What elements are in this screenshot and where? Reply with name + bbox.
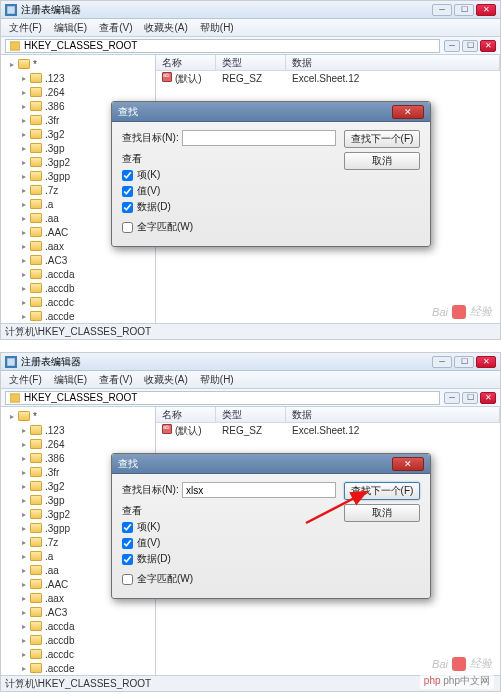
expand-icon[interactable]: ▸ xyxy=(19,214,28,223)
min-button[interactable]: ─ xyxy=(432,356,452,368)
chk-keys-box[interactable] xyxy=(122,522,133,533)
chk-keys[interactable]: 项(K) xyxy=(122,168,336,182)
expand-icon[interactable]: ▸ xyxy=(19,608,28,617)
address-field[interactable]: HKEY_CLASSES_ROOT xyxy=(5,391,440,405)
tree-item[interactable]: ▸* xyxy=(1,409,155,423)
expand-icon[interactable]: ▸ xyxy=(19,284,28,293)
close-button-2[interactable]: ✕ xyxy=(480,392,496,404)
expand-icon[interactable]: ▸ xyxy=(19,594,28,603)
list-row[interactable]: (默认) REG_SZ Excel.Sheet.12 xyxy=(156,71,500,86)
menu-fav[interactable]: 收藏夹(A) xyxy=(138,21,193,35)
tree-item[interactable]: ▸.accde xyxy=(1,661,155,675)
menu-help[interactable]: 帮助(H) xyxy=(194,21,240,35)
chk-data-box[interactable] xyxy=(122,202,133,213)
expand-icon[interactable]: ▸ xyxy=(19,426,28,435)
expand-icon[interactable]: ▸ xyxy=(19,650,28,659)
tree-item[interactable]: ▸.accda xyxy=(1,619,155,633)
menu-view[interactable]: 查看(V) xyxy=(93,373,138,387)
close-button[interactable]: ✕ xyxy=(476,4,496,16)
expand-icon[interactable]: ▸ xyxy=(19,242,28,251)
chk-data[interactable]: 数据(D) xyxy=(122,200,336,214)
tree-item[interactable]: ▸.AC3 xyxy=(1,605,155,619)
col-name[interactable]: 名称 xyxy=(156,55,216,70)
col-type[interactable]: 类型 xyxy=(216,55,286,70)
chk-values-box[interactable] xyxy=(122,186,133,197)
min-button-2[interactable]: ─ xyxy=(444,40,460,52)
chk-whole[interactable]: 全字匹配(W) xyxy=(122,220,336,234)
expand-icon[interactable]: ▸ xyxy=(19,552,28,561)
expand-icon[interactable]: ▸ xyxy=(19,158,28,167)
tree-item[interactable]: ▸* xyxy=(1,57,155,71)
expand-icon[interactable]: ▸ xyxy=(19,228,28,237)
menu-help[interactable]: 帮助(H) xyxy=(194,373,240,387)
chk-keys[interactable]: 项(K) xyxy=(122,520,336,534)
expand-icon[interactable]: ▸ xyxy=(19,566,28,575)
max-button-2[interactable]: ☐ xyxy=(462,40,478,52)
expand-icon[interactable]: ▸ xyxy=(19,440,28,449)
expand-icon[interactable]: ▸ xyxy=(19,116,28,125)
tree-item[interactable]: ▸.123 xyxy=(1,71,155,85)
chk-data-box[interactable] xyxy=(122,554,133,565)
chk-values-box[interactable] xyxy=(122,538,133,549)
tree-item[interactable]: ▸.accda xyxy=(1,267,155,281)
list-row[interactable]: (默认) REG_SZ Excel.Sheet.12 xyxy=(156,423,500,438)
expand-icon[interactable]: ▸ xyxy=(19,580,28,589)
expand-icon[interactable]: ▸ xyxy=(19,664,28,673)
titlebar[interactable]: 注册表编辑器 ─ ☐ ✕ xyxy=(1,1,500,19)
menu-file[interactable]: 文件(F) xyxy=(3,21,48,35)
find-next-button[interactable]: 查找下一个(F) xyxy=(344,482,420,500)
col-name[interactable]: 名称 xyxy=(156,407,216,422)
expand-icon[interactable]: ▸ xyxy=(19,88,28,97)
chk-whole-box[interactable] xyxy=(122,574,133,585)
expand-icon[interactable]: ▸ xyxy=(19,524,28,533)
menu-view[interactable]: 查看(V) xyxy=(93,21,138,35)
expand-icon[interactable]: ▸ xyxy=(7,412,16,421)
menu-edit[interactable]: 编辑(E) xyxy=(48,21,93,35)
chk-data[interactable]: 数据(D) xyxy=(122,552,336,566)
dialog-close-button[interactable]: ✕ xyxy=(392,457,424,471)
titlebar[interactable]: 注册表编辑器 ─ ☐ ✕ xyxy=(1,353,500,371)
min-button[interactable]: ─ xyxy=(432,4,452,16)
tree-item[interactable]: ▸.264 xyxy=(1,85,155,99)
cancel-button[interactable]: 取消 xyxy=(344,504,420,522)
expand-icon[interactable]: ▸ xyxy=(19,130,28,139)
expand-icon[interactable]: ▸ xyxy=(19,622,28,631)
expand-icon[interactable]: ▸ xyxy=(19,454,28,463)
tree-item[interactable]: ▸.accdc xyxy=(1,647,155,661)
tree-item[interactable]: ▸.123 xyxy=(1,423,155,437)
dialog-close-button[interactable]: ✕ xyxy=(392,105,424,119)
cancel-button[interactable]: 取消 xyxy=(344,152,420,170)
expand-icon[interactable]: ▸ xyxy=(19,468,28,477)
chk-values[interactable]: 值(V) xyxy=(122,184,336,198)
tree-item[interactable]: ▸.accdb xyxy=(1,633,155,647)
expand-icon[interactable]: ▸ xyxy=(19,496,28,505)
dialog-titlebar[interactable]: 查找 ✕ xyxy=(112,454,430,474)
find-target-input[interactable] xyxy=(182,130,336,146)
chk-keys-box[interactable] xyxy=(122,170,133,181)
chk-values[interactable]: 值(V) xyxy=(122,536,336,550)
tree-item[interactable]: ▸.accdc xyxy=(1,295,155,309)
col-type[interactable]: 类型 xyxy=(216,407,286,422)
expand-icon[interactable]: ▸ xyxy=(19,102,28,111)
expand-icon[interactable]: ▸ xyxy=(19,636,28,645)
expand-icon[interactable]: ▸ xyxy=(19,270,28,279)
close-button-2[interactable]: ✕ xyxy=(480,40,496,52)
find-target-input[interactable] xyxy=(182,482,336,498)
address-field[interactable]: HKEY_CLASSES_ROOT xyxy=(5,39,440,53)
menu-edit[interactable]: 编辑(E) xyxy=(48,373,93,387)
max-button[interactable]: ☐ xyxy=(454,356,474,368)
expand-icon[interactable]: ▸ xyxy=(19,482,28,491)
expand-icon[interactable]: ▸ xyxy=(19,144,28,153)
chk-whole[interactable]: 全字匹配(W) xyxy=(122,572,336,586)
expand-icon[interactable]: ▸ xyxy=(19,256,28,265)
tree-item[interactable]: ▸.264 xyxy=(1,437,155,451)
col-data[interactable]: 数据 xyxy=(286,407,500,422)
tree-item[interactable]: ▸.accde xyxy=(1,309,155,323)
dialog-titlebar[interactable]: 查找 ✕ xyxy=(112,102,430,122)
expand-icon[interactable]: ▸ xyxy=(19,186,28,195)
menu-file[interactable]: 文件(F) xyxy=(3,373,48,387)
min-button-2[interactable]: ─ xyxy=(444,392,460,404)
find-dialog[interactable]: 查找 ✕ 查找目标(N): 查看 项(K) 值(V) 数据(D) xyxy=(111,453,431,599)
find-next-button[interactable]: 查找下一个(F) xyxy=(344,130,420,148)
expand-icon[interactable]: ▸ xyxy=(19,510,28,519)
